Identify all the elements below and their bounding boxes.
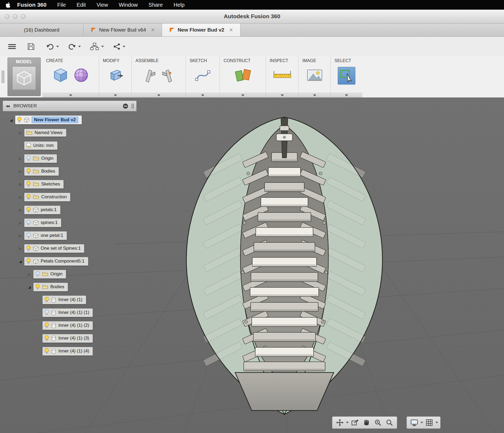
visibility-bulb-icon[interactable] (26, 258, 31, 264)
menu-share[interactable]: Share (149, 2, 163, 8)
apple-menu-icon[interactable] (6, 2, 11, 8)
tree-item-chip[interactable]: Named Views (24, 129, 66, 137)
expand-arrow-icon[interactable]: ▷ (17, 208, 24, 212)
create-box-icon[interactable] (53, 68, 68, 84)
tab-close-icon[interactable]: ✕ (151, 27, 155, 33)
tree-item-chip[interactable]: spines:1 (24, 218, 61, 227)
construct-dropdown[interactable] (220, 93, 266, 97)
tree-item-chip[interactable]: Inner (4) (1) (3) (42, 334, 93, 343)
tree-item[interactable]: ▷Construction (0, 191, 150, 203)
look-at-tool-icon[interactable] (349, 417, 360, 428)
tree-item-chip[interactable]: Construction (24, 193, 70, 202)
tree-item[interactable]: Units: mm (0, 139, 150, 152)
tree-item[interactable]: ◢New Flower Bud v2 (0, 113, 150, 126)
tree-item-chip[interactable]: Inner (4) (1) (42, 295, 86, 304)
tab-new-flower-bud-v2[interactable]: New Flower Bud v2 ✕ (162, 24, 240, 36)
save-icon[interactable] (25, 40, 37, 53)
menu-edit[interactable]: Edit (77, 2, 86, 8)
menu-view[interactable]: View (96, 2, 108, 8)
create-sphere-icon[interactable] (74, 68, 89, 84)
tree-item-chip[interactable]: Inner (4) (1) (4) (42, 347, 93, 356)
version-tree-dropdown-icon[interactable] (101, 46, 104, 47)
tree-item-chip[interactable]: New Flower Bud v2 (15, 115, 82, 124)
tree-item-chip[interactable]: Petals Component5:1 (24, 257, 88, 266)
tree-item-chip[interactable]: Origin (33, 270, 66, 279)
tree-item-chip[interactable]: One set of Spines:1 (24, 244, 84, 253)
sketch-spline-icon[interactable] (195, 68, 211, 83)
modify-presspull-icon[interactable] (108, 68, 123, 83)
visibility-bulb-icon[interactable] (17, 117, 22, 123)
grid-layout-icon[interactable] (424, 417, 435, 428)
expand-arrow-icon[interactable]: ▷ (26, 272, 33, 276)
pan-tool-icon[interactable] (361, 417, 372, 428)
expand-arrow-icon[interactable]: ▷ (17, 234, 24, 238)
tree-item[interactable]: Inner (4) (1) (0, 293, 150, 306)
tree-item[interactable]: ▷petals:1 (0, 203, 150, 216)
tree-item[interactable]: ▷Bodies (0, 165, 150, 178)
tab-close-icon[interactable]: ✕ (229, 27, 233, 33)
assemble-joint-icon[interactable] (144, 68, 156, 84)
flower-bud-model[interactable] (186, 117, 382, 414)
tree-item-chip[interactable]: Inner (4) (1) (1) (42, 308, 93, 317)
visibility-bulb-icon[interactable] (26, 245, 31, 252)
tree-item-chip[interactable]: Sketches (24, 180, 64, 189)
display-settings-icon[interactable] (409, 417, 420, 428)
expand-arrow-icon[interactable]: ▷ (17, 182, 24, 186)
tree-item-chip[interactable]: petals:1 (24, 206, 61, 214)
expand-arrow-icon[interactable]: ▷ (17, 221, 24, 225)
visibility-bulb-icon[interactable] (26, 233, 31, 239)
select-dropdown[interactable] (331, 93, 362, 97)
expand-arrow-icon[interactable]: ▷ (17, 195, 24, 199)
browser-minimize-icon[interactable] (123, 104, 128, 109)
browser-resize-grip[interactable] (132, 104, 134, 108)
image-attach-icon[interactable] (307, 69, 322, 82)
inspect-dropdown[interactable] (266, 93, 298, 97)
expand-arrow-icon[interactable]: ▷ (17, 169, 24, 173)
version-tree-icon[interactable] (88, 40, 101, 53)
undo-icon[interactable] (44, 40, 56, 53)
visibility-bulb-icon[interactable] (26, 194, 31, 200)
visibility-bulb-icon[interactable] (26, 181, 31, 187)
tree-item[interactable]: ▷Sketches (0, 178, 150, 191)
visibility-bulb-icon[interactable] (35, 271, 40, 277)
expand-arrow-icon[interactable]: ◢ (17, 259, 24, 263)
visibility-bulb-icon[interactable] (44, 348, 49, 354)
display-settings-dropdown-icon[interactable] (420, 422, 423, 423)
expand-arrow-icon[interactable]: ◢ (7, 118, 15, 122)
tab-new-flower-bud-v64[interactable]: New Flower Bud v64 ✕ (84, 24, 162, 36)
tab-dashboard[interactable]: (16) Dashboard (0, 24, 84, 36)
visibility-bulb-icon[interactable] (44, 322, 49, 329)
menu-file[interactable]: File (57, 2, 66, 8)
sketch-dropdown[interactable] (186, 93, 220, 97)
tree-item[interactable]: Inner (4) (1) (4) (0, 345, 150, 358)
visibility-bulb-icon[interactable] (26, 207, 31, 213)
modify-dropdown[interactable] (99, 93, 131, 97)
assemble-dropdown[interactable] (132, 93, 186, 97)
browser-collapse-icon[interactable]: ◀◀ (6, 104, 9, 108)
share-dropdown-icon[interactable] (123, 46, 125, 47)
redo-dropdown-icon[interactable] (78, 46, 81, 47)
menu-window[interactable]: Window (119, 2, 138, 8)
tree-item-chip[interactable]: Units: mm (24, 141, 58, 150)
tree-item-chip[interactable]: Inner (4) (1) (2) (42, 321, 93, 330)
redo-icon[interactable] (66, 40, 78, 53)
visibility-bulb-icon[interactable] (44, 335, 49, 341)
orbit-tool-icon[interactable] (334, 417, 345, 428)
visibility-bulb-icon[interactable] (26, 155, 31, 162)
share-icon[interactable] (111, 40, 123, 53)
zoom-window-tool-icon[interactable] (373, 417, 383, 428)
zoom-tool-icon[interactable] (384, 417, 395, 428)
grid-layout-dropdown-icon[interactable] (435, 422, 438, 423)
main-menu-icon[interactable] (6, 40, 18, 53)
tree-item-chip[interactable]: one petal:1 (24, 231, 67, 240)
image-dropdown[interactable] (299, 93, 330, 97)
expand-arrow-icon[interactable]: ◢ (26, 285, 33, 289)
assemble-asbuilt-joint-icon[interactable] (161, 68, 173, 84)
visibility-bulb-icon[interactable] (44, 297, 49, 303)
tree-item-chip[interactable]: Bodies (33, 283, 68, 291)
tree-item[interactable]: ▷spines:1 (0, 216, 150, 229)
select-tool-icon[interactable] (338, 67, 355, 85)
tree-item[interactable]: ◢Petals Component5:1 (0, 255, 150, 268)
toolbar-grip[interactable] (0, 56, 6, 97)
visibility-bulb-icon[interactable] (26, 220, 31, 226)
